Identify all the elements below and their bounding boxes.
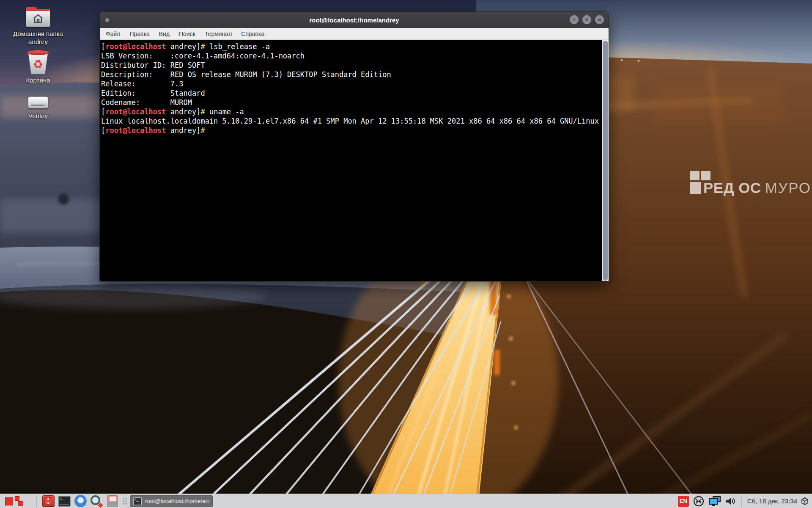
watermark-edition: МУРОМ (765, 179, 812, 196)
desktop-icon-home-folder[interactable]: Домашняя папка andrey (4, 9, 72, 46)
watermark-brand: РЕД ОС (703, 179, 761, 196)
recycle-icon: ♻ (33, 59, 43, 70)
taskbar-window-button[interactable]: root@localhost:/home/andr... (130, 495, 213, 507)
close-button[interactable]: × (595, 15, 604, 24)
terminal-titlebar[interactable]: root@localhost:/home/andrey − + × (100, 12, 609, 28)
desktop-icon-label: Домашняя папка (4, 30, 72, 38)
desktop-icon-ventoy[interactable]: Ventoy (4, 97, 72, 120)
desktop-icon-trash[interactable]: ♻ Корзина (4, 50, 72, 84)
chromium-icon (74, 495, 87, 507)
terminal-menu-item-0[interactable]: Файл (101, 30, 125, 37)
desktop-icon-label: Ventoy (4, 112, 72, 120)
minimize-button[interactable]: − (570, 15, 579, 24)
terminal-scrollbar[interactable] (602, 40, 609, 282)
terminal-menubar: ФайлПравкаВидПоискТерминалСправка (100, 28, 609, 40)
volume-icon[interactable] (725, 496, 736, 506)
terminal-output: [root@localhost andrey]# lsb_release -aL… (101, 42, 598, 135)
network-icon[interactable] (693, 495, 705, 507)
taskbar-window-label: root@localhost:/home/andr... (145, 498, 209, 504)
launcher-search[interactable] (88, 494, 104, 508)
launcher-terminal[interactable] (56, 494, 72, 508)
terminal-icon (58, 496, 71, 507)
app-menu-button[interactable] (0, 494, 30, 508)
home-folder-icon (26, 9, 50, 27)
terminal-menu-item-3[interactable]: Поиск (174, 30, 200, 37)
panel-drag-handle[interactable] (122, 496, 127, 506)
terminal-mini-icon (133, 497, 142, 505)
drive-icon (28, 97, 48, 108)
trash-icon: ♻ (26, 50, 50, 75)
launcher-chromium[interactable] (72, 494, 88, 508)
desktop-icon-label: Корзина (4, 76, 72, 84)
logo-square (701, 171, 710, 180)
terminal-window: root@localhost:/home/andrey − + × ФайлПр… (99, 11, 609, 282)
taskbar-separator (36, 496, 37, 507)
floppy-icon (107, 495, 118, 507)
workspace-cube-icon[interactable] (801, 497, 809, 505)
clock[interactable]: Сб, 18 дек, 23:34 (747, 497, 797, 505)
logo-square (690, 171, 700, 180)
redos-menu-icon (5, 496, 25, 506)
window-title: root@localhost:/home/andrey (100, 17, 609, 24)
displays-icon[interactable] (708, 496, 721, 507)
maximize-button[interactable]: + (582, 15, 591, 24)
terminal-body[interactable]: [root@localhost andrey]# lsb_release -aL… (100, 40, 609, 282)
launcher-file-manager[interactable] (40, 494, 56, 508)
tray-separator (741, 496, 742, 506)
taskbar: root@localhost:/home/andr... EN Сб, 18 д… (0, 494, 812, 508)
launcher-floppy-tool[interactable] (104, 494, 121, 508)
terminal-menu-item-1[interactable]: Правка (125, 30, 154, 37)
terminal-app-icon (105, 18, 109, 22)
redos-watermark: РЕД ОСМУРОМ (690, 171, 812, 197)
scrollbar-thumb[interactable] (603, 41, 608, 281)
terminal-menu-item-5[interactable]: Справка (236, 30, 269, 37)
desktop-icon-label: andrey (4, 38, 72, 46)
logo-square (690, 182, 701, 194)
keyboard-layout-badge[interactable]: EN (678, 496, 689, 507)
search-icon (90, 495, 103, 508)
file-manager-icon (42, 495, 55, 507)
terminal-menu-item-4[interactable]: Терминал (200, 30, 236, 37)
terminal-menu-item-2[interactable]: Вид (154, 30, 174, 37)
